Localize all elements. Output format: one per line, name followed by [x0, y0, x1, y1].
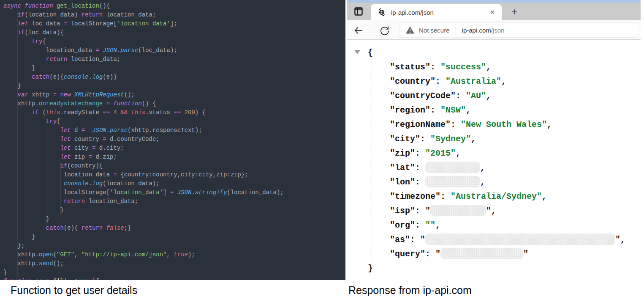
indent-guide	[60, 162, 61, 215]
address-divider	[456, 26, 456, 34]
redacted-value	[440, 248, 523, 259]
tab-strip: ip-api.com/json ✕ +	[347, 3, 641, 20]
indent-guide	[46, 117, 46, 233]
indent-guide	[32, 37, 32, 242]
redacted-value	[425, 176, 480, 187]
redacted-value	[425, 233, 615, 245]
json-row: "isp": "",	[347, 204, 641, 218]
json-row: "regionName": "New South Wales",	[347, 118, 641, 132]
code-line: function save_f|}(..Array){	[3, 277, 345, 280]
url-path: /json	[491, 27, 505, 34]
code-line: xhttp.onreadystatechange = function() {	[3, 99, 345, 108]
browser-tab[interactable]: ip-api.com/json ✕	[371, 4, 502, 20]
caption-right: Response from ip-api.com	[348, 284, 472, 297]
code-line: catch(e){console.log(e)}	[3, 73, 345, 82]
json-viewer: { "status": "success","country": "Austra…	[347, 40, 641, 280]
code-editor[interactable]: async function get_location(){ if(locati…	[0, 0, 345, 280]
json-row: "city": "Sydney",	[347, 132, 641, 146]
caption-left: Function to get user details	[11, 284, 137, 297]
json-row: "lat": ,	[347, 161, 641, 175]
new-tab-button[interactable]: +	[508, 6, 521, 19]
browser-window: ip-api.com/json ✕ +	[347, 0, 641, 280]
code-line: };	[3, 242, 345, 250]
code-line: }	[3, 64, 345, 73]
code-line: }	[3, 82, 345, 91]
back-arrow-icon	[353, 25, 364, 36]
json-row: "query": ""	[347, 247, 641, 261]
not-secure-label: Not secure	[419, 27, 450, 34]
reload-icon	[379, 25, 390, 36]
json-indent-guide	[372, 60, 372, 261]
code-line: let d = JSON.parse(xhttp.responseText);	[3, 126, 345, 135]
code-line: var xhttp = new XMLHttpRequest();	[3, 91, 345, 99]
tab-actions-button[interactable]	[352, 5, 365, 18]
code-line: let loc_data = localStorage['location_da…	[3, 19, 345, 28]
json-row: "timezone": "Australia/Sydney",	[347, 189, 641, 204]
code-line: let city = d.city;	[3, 144, 345, 153]
code-line: location_data = JSON.parse(loc_data);	[3, 46, 345, 55]
json-row: "countryCode": "AU",	[347, 89, 641, 103]
site-favicon-icon	[378, 8, 386, 16]
not-secure-warning-icon	[405, 26, 415, 34]
code-line: try{	[3, 37, 345, 46]
url-host: ip-api.com	[462, 27, 491, 34]
code-line: let zip = d.zip;	[3, 153, 345, 162]
code-line: if(loc_data){	[3, 28, 345, 37]
code-line: console.log(location_data);	[3, 179, 345, 188]
code-line: localStorage['location_data'] = JSON.str…	[3, 188, 345, 197]
code-line: }	[3, 233, 345, 242]
back-button[interactable]	[353, 25, 364, 36]
code-line: return location_data;	[3, 55, 345, 64]
code-line: location_data = {country:country,city:ci…	[3, 170, 345, 179]
json-row: "region": "NSW",	[347, 103, 641, 118]
code-line: let country = d.countryCode;	[3, 135, 345, 144]
redacted-value	[430, 205, 486, 216]
code-line: try{	[3, 117, 345, 126]
code-line: }	[3, 215, 345, 224]
code-line: async function get_location(){	[3, 2, 345, 11]
code-line: catch(e){ return false;}	[3, 224, 345, 233]
code-line: if (this.readyState == 4 && this.status …	[3, 108, 345, 117]
json-rows: "status": "success","country": "Australi…	[347, 60, 641, 261]
tab-close-button[interactable]: ✕	[487, 8, 497, 16]
json-close-brace: }	[347, 261, 641, 276]
code-line: }	[3, 268, 345, 277]
browser-toolbar: Not secure ip-api.com /json	[347, 20, 641, 40]
code-line: }	[3, 206, 345, 215]
caption-bar: Function to get user details Response fr…	[0, 280, 644, 302]
code-line: xhttp.open("GET", "http://ip-api.com/jso…	[3, 250, 345, 259]
json-row: "org": "",	[347, 218, 641, 233]
code-line: if(country){	[3, 162, 345, 170]
collapse-expander-icon[interactable]	[354, 50, 360, 54]
vertical-tabs-icon	[353, 6, 364, 16]
code-line: xhttp.send();	[3, 259, 345, 268]
redacted-value	[425, 162, 480, 173]
indent-guide	[17, 11, 18, 277]
screenshot-stage: async function get_location(){ if(locati…	[0, 0, 644, 302]
tab-title: ip-api.com/json	[391, 9, 487, 16]
json-row: "as": "",	[347, 233, 641, 247]
json-open-brace: {	[347, 46, 641, 60]
code-lines: async function get_location(){ if(locati…	[3, 2, 345, 280]
reload-button[interactable]	[379, 25, 391, 36]
address-bar[interactable]: Not secure ip-api.com /json	[399, 22, 638, 38]
json-row: "lon": ,	[347, 175, 641, 189]
code-line: if(location_data) return location_data;	[3, 11, 345, 19]
json-row: "country": "Australia",	[347, 74, 641, 89]
json-row: "zip": "2015",	[347, 146, 641, 161]
json-row: "status": "success",	[347, 60, 641, 74]
code-line: return location_data;	[3, 197, 345, 206]
